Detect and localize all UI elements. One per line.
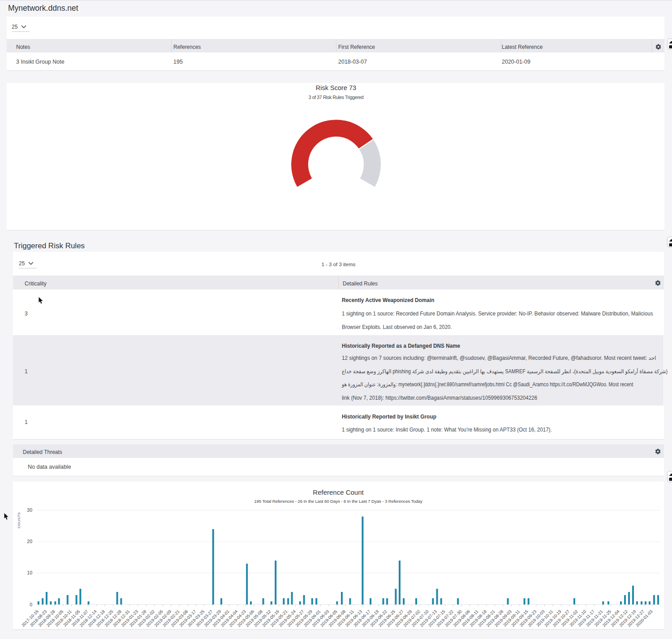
svg-text:Reference Count: Reference Count: [313, 488, 364, 496]
svg-text:30: 30: [27, 507, 32, 513]
svg-text:195 Total References - 26 In t: 195 Total References - 26 In the Last 60…: [254, 499, 422, 504]
svg-text:0: 0: [30, 602, 32, 607]
svg-text:COUNTS: COUNTS: [17, 512, 21, 528]
svg-text:20: 20: [27, 539, 32, 544]
svg-text:10: 10: [27, 570, 32, 575]
